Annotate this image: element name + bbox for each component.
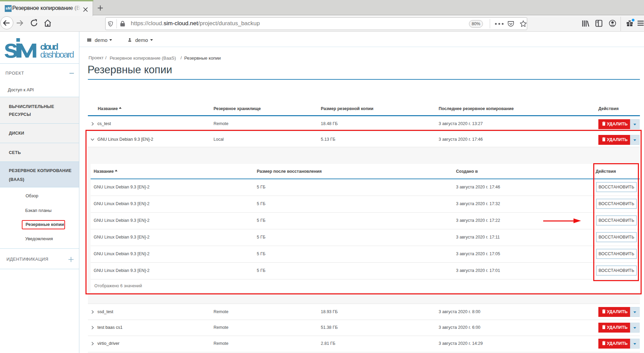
svg-text:dashboard: dashboard <box>40 49 74 60</box>
svg-text:s: s <box>4 36 18 60</box>
